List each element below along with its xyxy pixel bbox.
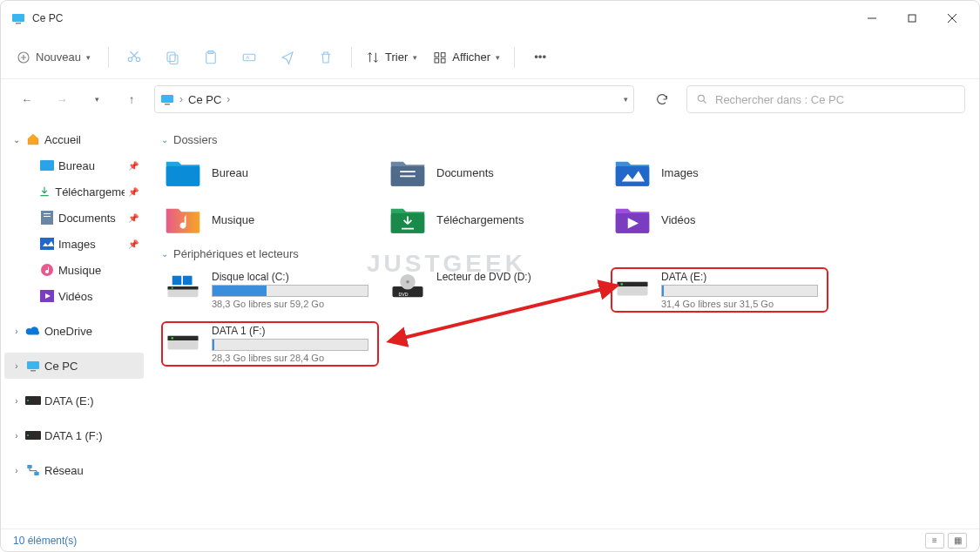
sidebar-item-onedrive[interactable]: › OneDrive	[4, 318, 144, 344]
new-button[interactable]: Nouveau ▾	[8, 45, 99, 70]
search-input[interactable]	[715, 93, 956, 106]
sidebar-item-label: DATA (E:)	[44, 394, 94, 407]
svg-point-28	[41, 264, 53, 276]
address-bar[interactable]: › Ce PC › ▾	[154, 85, 634, 113]
sidebar-item-data-f[interactable]: › DATA 1 (F:)	[4, 422, 144, 448]
window-title: Ce PC	[32, 12, 852, 24]
sidebar-item-label: Accueil	[44, 133, 81, 146]
chevron-right-icon[interactable]: ›	[11, 431, 22, 441]
drive-c[interactable]: Disque local (C:) 38,3 Go libres sur 59,…	[161, 267, 379, 313]
minimize-button[interactable]	[852, 4, 892, 32]
svg-rect-16	[442, 52, 446, 57]
rename-button[interactable]: A	[233, 41, 266, 74]
sidebar: ⌄ Accueil Bureau 📌 Téléchargement 📌 Docu…	[1, 119, 147, 530]
music-icon	[39, 262, 55, 278]
folder-downloads[interactable]: Téléchargements	[386, 200, 604, 239]
svg-rect-1	[16, 23, 21, 24]
drive-bar	[661, 285, 818, 297]
chevron-right-icon[interactable]: ›	[11, 396, 22, 406]
thumbnails-view-button[interactable]: ▦	[948, 533, 967, 549]
sidebar-item-music[interactable]: Musique	[18, 257, 144, 283]
pin-icon: 📌	[128, 161, 139, 171]
chevron-right-icon: ›	[179, 93, 183, 105]
svg-point-35	[27, 434, 29, 436]
titlebar: Ce PC	[1, 1, 979, 36]
divider	[514, 47, 515, 68]
download-icon	[37, 184, 51, 199]
section-folders[interactable]: ⌄ Dossiers	[161, 133, 965, 146]
cut-button[interactable]	[118, 41, 151, 74]
drive-stat: 31,4 Go libres sur 31,5 Go	[661, 299, 825, 309]
drive-label: DATA 1 (F:)	[212, 325, 375, 337]
chevron-down-icon[interactable]: ▾	[624, 95, 628, 104]
breadcrumb-path[interactable]: Ce PC	[188, 93, 221, 106]
folder-images[interactable]: Images	[611, 153, 828, 192]
sort-label: Trier	[385, 50, 408, 64]
sidebar-item-network[interactable]: › Réseau	[4, 457, 144, 483]
drive-bar	[212, 339, 368, 351]
paste-button[interactable]	[194, 41, 227, 74]
sidebar-item-documents[interactable]: Documents 📌	[18, 205, 144, 231]
sidebar-item-label: Téléchargement	[55, 185, 125, 199]
folder-bureau[interactable]: Bureau	[161, 153, 379, 192]
sidebar-item-home[interactable]: ⌄ Accueil	[4, 126, 144, 152]
sidebar-item-images[interactable]: Images 📌	[18, 231, 144, 257]
up-button[interactable]: ↑	[119, 87, 144, 111]
sidebar-item-downloads[interactable]: Téléchargement 📌	[18, 178, 144, 205]
recent-button[interactable]: ▾	[84, 87, 109, 111]
drive-e[interactable]: DATA (E:) 31,4 Go libres sur 31,5 Go	[611, 267, 828, 313]
folder-icon	[389, 157, 426, 188]
chevron-right-icon[interactable]: ›	[11, 326, 22, 336]
folder-label: Bureau	[212, 166, 248, 179]
sidebar-item-videos[interactable]: Vidéos	[18, 283, 144, 309]
folder-documents[interactable]: Documents	[386, 153, 604, 192]
folder-music[interactable]: Musique	[161, 200, 379, 239]
video-icon	[39, 288, 55, 304]
copy-button[interactable]	[156, 41, 189, 74]
divider	[351, 47, 352, 68]
folder-label: Vidéos	[661, 213, 696, 226]
svg-rect-3	[909, 15, 916, 22]
forward-button[interactable]: →	[50, 87, 74, 111]
sidebar-item-this-pc[interactable]: › Ce PC	[4, 353, 144, 379]
folder-icon	[614, 204, 651, 235]
sidebar-item-label: Vidéos	[58, 290, 93, 303]
chevron-right-icon[interactable]: ›	[11, 466, 22, 475]
close-button[interactable]	[932, 4, 972, 32]
maximize-button[interactable]	[892, 4, 932, 32]
svg-rect-38	[166, 166, 200, 186]
sidebar-item-data-e[interactable]: › DATA (E:)	[4, 387, 144, 414]
chevron-right-icon[interactable]: ›	[11, 361, 22, 371]
folder-videos[interactable]: Vidéos	[611, 200, 828, 239]
cloud-icon	[25, 323, 41, 339]
chevron-down-icon: ▾	[496, 53, 500, 62]
status-count: 10 élément(s)	[13, 535, 77, 547]
drive-dvd[interactable]: DVD Lecteur de DVD (D:)	[386, 267, 604, 313]
chevron-down-icon[interactable]: ⌄	[11, 135, 22, 145]
more-button[interactable]: •••	[524, 41, 557, 74]
share-button[interactable]	[271, 41, 304, 74]
sidebar-item-bureau[interactable]: Bureau 📌	[18, 152, 144, 178]
sort-button[interactable]: Trier ▾	[361, 45, 422, 70]
svg-text:A: A	[246, 55, 249, 60]
section-drives[interactable]: ⌄ Périphériques et lecteurs	[161, 247, 965, 260]
drive-f[interactable]: DATA 1 (F:) 28,3 Go libres sur 28,4 Go	[161, 321, 379, 367]
refresh-button[interactable]	[648, 85, 676, 113]
view-buttons: ≡ ▦	[925, 533, 967, 549]
svg-rect-25	[44, 213, 51, 214]
svg-rect-0	[12, 14, 24, 22]
folder-icon	[39, 158, 55, 173]
svg-rect-36	[27, 465, 31, 468]
delete-button[interactable]	[309, 41, 342, 74]
back-button[interactable]: ←	[15, 87, 39, 111]
dvd-icon: DVD	[389, 271, 426, 302]
home-icon	[25, 131, 41, 147]
search-box[interactable]	[686, 85, 965, 113]
status-bar: 10 élément(s) ≡ ▦	[1, 528, 979, 551]
divider	[108, 47, 109, 68]
svg-rect-40	[400, 171, 416, 172]
details-view-button[interactable]: ≡	[925, 533, 944, 549]
drive-icon	[165, 325, 201, 356]
view-button[interactable]: Afficher ▾	[428, 45, 505, 70]
svg-point-56	[620, 283, 623, 286]
